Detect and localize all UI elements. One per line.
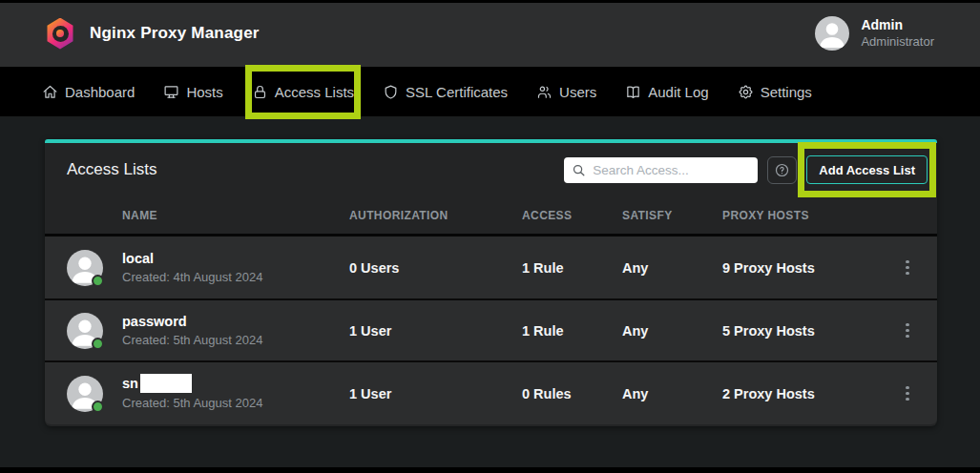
shield-icon	[383, 84, 399, 100]
nav-item-dashboard[interactable]: Dashboard	[42, 84, 135, 100]
redaction-box	[140, 374, 192, 393]
add-access-list-button[interactable]: Add Access List	[806, 155, 928, 184]
access-list-name: sn	[122, 374, 349, 394]
npm-logo-hexagon-icon	[46, 18, 74, 50]
table-row: local Created: 4th August 2024 0 Users 1…	[45, 236, 937, 298]
panel-title: Access Lists	[67, 160, 156, 179]
row-menu-kebab-icon[interactable]	[895, 254, 920, 282]
table-row: sn Created: 5th August 2024 1 User 0 Rul…	[45, 360, 937, 424]
nav-item-settings[interactable]: Settings	[738, 84, 812, 100]
column-header-name: NAME	[122, 209, 349, 222]
app-title: Nginx Proxy Manager	[90, 24, 260, 43]
nav-item-audit-log[interactable]: Audit Log	[625, 84, 708, 100]
nav-item-label: Hosts	[186, 84, 222, 100]
search-box	[564, 157, 758, 183]
access-value: 0 Rules	[522, 386, 622, 401]
help-button[interactable]	[767, 156, 797, 184]
proxy-hosts-value: 5 Proxy Hosts	[722, 323, 895, 339]
authorization-value: 0 Users	[349, 260, 522, 276]
access-value: 1 Rule	[522, 323, 622, 339]
nav-item-hosts[interactable]: Hosts	[163, 84, 222, 100]
created-date: Created: 5th August 2024	[122, 395, 349, 413]
row-menu-kebab-icon[interactable]	[895, 317, 920, 345]
page-content: Access Lists Add Access List NAME AUTHOR…	[0, 116, 980, 473]
monitor-icon	[163, 84, 179, 100]
satisfy-value: Any	[622, 323, 722, 339]
row-avatar	[67, 376, 103, 412]
created-date: Created: 5th August 2024	[122, 332, 349, 350]
nav-item-label: Users	[559, 84, 596, 100]
window-bottom-edge	[0, 467, 980, 473]
online-status-dot	[92, 338, 104, 350]
online-status-dot	[92, 275, 104, 287]
authorization-value: 1 User	[349, 386, 522, 401]
nav-item-label: Access Lists	[275, 84, 354, 100]
table-row: password Created: 5th August 2024 1 User…	[45, 298, 937, 360]
row-menu-kebab-icon[interactable]	[895, 380, 920, 408]
main-nav: Dashboard Hosts Access Lists SSL Certifi…	[0, 67, 980, 116]
search-icon	[572, 163, 586, 177]
user-avatar	[815, 16, 849, 51]
nav-item-access-lists[interactable]: Access Lists	[252, 84, 354, 100]
online-status-dot	[92, 401, 104, 413]
proxy-hosts-value: 2 Proxy Hosts	[722, 386, 895, 401]
gear-icon	[738, 84, 754, 100]
authorization-value: 1 User	[349, 323, 522, 339]
window-top-edge	[0, 0, 980, 3]
created-date: Created: 4th August 2024	[122, 269, 349, 287]
nav-item-label: SSL Certificates	[406, 84, 508, 100]
access-value: 1 Rule	[522, 260, 622, 276]
satisfy-value: Any	[622, 260, 722, 276]
circle-question-icon	[774, 162, 790, 178]
column-header-satisfy: SATISFY	[622, 209, 722, 222]
access-list-name: local	[122, 249, 349, 269]
access-lists-panel: Access Lists Add Access List NAME AUTHOR…	[45, 139, 937, 426]
search-input[interactable]	[593, 163, 750, 177]
nav-item-label: Audit Log	[648, 84, 708, 100]
user-name: Admin	[861, 17, 934, 34]
nav-item-ssl-certificates[interactable]: SSL Certificates	[383, 84, 508, 100]
satisfy-value: Any	[622, 386, 722, 401]
user-role: Administrator	[861, 34, 934, 50]
table-header-row: NAME AUTHORIZATION ACCESS SATISFY PROXY …	[45, 196, 937, 234]
row-avatar	[67, 250, 103, 286]
nav-item-label: Settings	[761, 84, 812, 100]
nav-item-users[interactable]: Users	[536, 84, 596, 100]
users-icon	[536, 84, 553, 100]
column-header-authorization: AUTHORIZATION	[349, 209, 522, 222]
book-icon	[625, 84, 641, 100]
access-list-name: password	[122, 312, 349, 332]
nav-item-label: Dashboard	[65, 84, 135, 100]
lock-icon	[252, 84, 268, 100]
proxy-hosts-value: 9 Proxy Hosts	[722, 260, 895, 276]
column-header-access: ACCESS	[522, 209, 622, 222]
app-header: Nginx Proxy Manager Admin Administrator	[0, 0, 980, 67]
access-list-table-body: local Created: 4th August 2024 0 Users 1…	[45, 236, 937, 424]
user-menu[interactable]: Admin Administrator	[815, 16, 934, 51]
column-header-proxy-hosts: PROXY HOSTS	[722, 209, 895, 222]
row-avatar	[67, 313, 103, 349]
app-brand[interactable]: Nginx Proxy Manager	[46, 18, 260, 50]
home-icon	[42, 84, 58, 100]
